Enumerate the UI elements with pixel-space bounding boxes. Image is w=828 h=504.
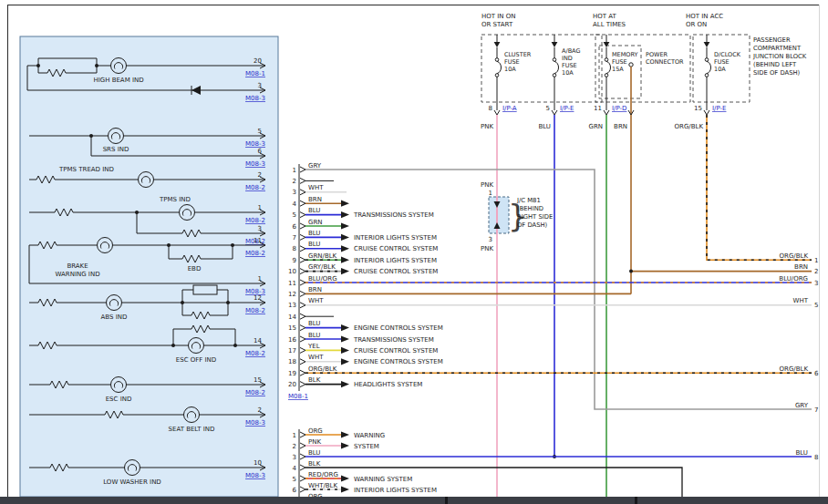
- pin-number: 13: [288, 302, 296, 309]
- wire-color-label: GRN/BLK: [308, 252, 337, 260]
- arrow-right-icon: [300, 246, 305, 252]
- indicator-label: WARNING IND: [55, 271, 99, 278]
- arrow-down-icon: [494, 110, 500, 115]
- connector-ref[interactable]: M08-3: [245, 95, 265, 102]
- fuse-label: 10A: [504, 66, 516, 73]
- connector-ref[interactable]: M08-2: [245, 307, 265, 314]
- fuse-terminal: [705, 74, 709, 77]
- wire-color-label: BRN: [308, 196, 322, 203]
- junction-block-label: COMPARTMENT: [753, 45, 802, 52]
- arrow-right-icon: [300, 223, 305, 229]
- wire-stripe-ORG/BLK: [707, 115, 812, 260]
- pin-number: 2: [293, 443, 296, 450]
- wire-ORG/BLK: [707, 115, 812, 260]
- wire-color-label: BRN: [308, 286, 322, 293]
- connector-ref[interactable]: I/P-E: [712, 105, 726, 112]
- fuse-label: D/CLOCK: [714, 51, 741, 58]
- arrow-right-icon: [300, 454, 305, 459]
- pin-number: 11: [288, 280, 296, 287]
- arrow-right-icon: [300, 359, 305, 365]
- fuse-terminal: [495, 58, 499, 62]
- connector-ref[interactable]: M08-2: [245, 350, 265, 357]
- junction-connector-label: (BEHIND: [517, 205, 543, 212]
- wire-color-label: WHT: [308, 354, 324, 361]
- junction-dot: [95, 64, 98, 67]
- junction-dot: [36, 64, 40, 67]
- system-label: INTERIOR LIGHTS SYSTEM: [354, 487, 437, 494]
- connector-ref[interactable]: M08-2: [245, 184, 265, 191]
- ip-pin-number: 15: [694, 105, 702, 112]
- pin-number: 8: [293, 245, 296, 252]
- hot-header-label: OR ON: [686, 21, 707, 28]
- hot-header-label: ALL TIMES: [593, 21, 626, 28]
- indicator-label: TPMS IND: [159, 196, 191, 203]
- wire-color-label: WHT: [308, 184, 324, 191]
- cluster-pin-number: 1: [258, 204, 262, 211]
- cluster-pin-number: 6: [258, 148, 263, 155]
- connector-ref[interactable]: M08-1: [245, 70, 265, 77]
- jc-pin-number: 3: [489, 236, 492, 243]
- fuse-label: 10A: [714, 66, 726, 73]
- hot-header-label: HOT IN ON: [481, 13, 516, 20]
- arrow-right-icon: [300, 370, 305, 375]
- connector-ref[interactable]: I/P-A: [502, 105, 517, 112]
- system-arrow-icon: [341, 211, 349, 218]
- exit-color-label: ORG/BLK: [780, 252, 809, 260]
- arrow-down-icon: [552, 110, 557, 115]
- arrow-right-icon: [300, 257, 305, 262]
- fuse-label: FUSE: [562, 62, 577, 69]
- system-label: ENGINE CONTROLS SYSTEM: [354, 324, 443, 332]
- connector-ref[interactable]: I/P-E: [560, 105, 574, 112]
- arrow-right-icon: [300, 269, 305, 274]
- wire-color-label: BLU/ORG: [308, 275, 337, 283]
- system-arrow-icon: [341, 245, 349, 252]
- fuse-terminal: [605, 58, 608, 62]
- indicator-label: SRS IND: [103, 146, 129, 153]
- connector-ref[interactable]: M08-3: [245, 140, 265, 148]
- pin-number: 6: [293, 487, 297, 494]
- cluster-pin-number: 3: [258, 82, 262, 89]
- arrow-right-icon: [300, 382, 305, 387]
- system-arrow-icon: [341, 234, 349, 241]
- bottom-bar-segment: [448, 497, 635, 504]
- junction-connector-label: J/C M81: [516, 197, 541, 204]
- wire-color-label: ORG/BLK: [675, 123, 704, 130]
- system-arrow-icon: [341, 381, 349, 387]
- connector-ref[interactable]: M08-1: [288, 393, 308, 400]
- junction-connector-label: RIGHT SIDE: [517, 213, 553, 221]
- connector-ref[interactable]: M08-2: [245, 250, 265, 257]
- wire-color-label: GRN: [588, 123, 603, 130]
- wire-color-label: WHT/BLK: [308, 482, 338, 489]
- pin-number: 18: [288, 358, 296, 365]
- cluster-pin-number: 1: [258, 275, 262, 283]
- system-label: CRUISE CONTROL SYSTEM: [354, 245, 438, 252]
- fuse-element-icon: [497, 61, 502, 73]
- arrow-right-icon: [300, 432, 305, 437]
- pin-number: 7: [293, 234, 296, 242]
- pin-number: 3: [293, 454, 296, 461]
- junction-block-label: (BEHIND LEFT: [753, 61, 797, 68]
- pin-number: 10: [288, 268, 296, 275]
- indicator-lamp-icon: [111, 58, 127, 74]
- system-label: SYSTEM: [354, 443, 379, 450]
- indicator-label: HIGH BEAM IND: [93, 77, 143, 84]
- power-connector-box: [595, 35, 690, 102]
- connector-ref[interactable]: M08-2: [245, 389, 265, 396]
- connector-ref[interactable]: I/P-D: [612, 105, 626, 112]
- arrow-right-icon: [300, 336, 305, 342]
- cluster-pin-number: 10: [254, 459, 262, 467]
- indicator-label: EBD: [188, 265, 202, 273]
- connector-ref[interactable]: M08-3: [245, 160, 265, 168]
- pin-number: 19: [288, 370, 296, 377]
- indicator-label: TPMS TREAD IND: [58, 166, 114, 173]
- ip-pin-number: 8: [489, 105, 492, 112]
- exit-number: 8: [814, 454, 818, 461]
- fuse-element-icon: [554, 61, 559, 73]
- connector-ref[interactable]: M08-3: [245, 419, 265, 427]
- fuse-label: FUSE: [612, 58, 627, 66]
- pin-number: 1: [293, 167, 296, 174]
- connector-ref[interactable]: M08-2: [245, 217, 265, 224]
- indicator-lamp-icon: [111, 377, 127, 393]
- ip-pin-number: 11: [594, 105, 602, 112]
- connector-ref[interactable]: M08-3: [245, 472, 265, 479]
